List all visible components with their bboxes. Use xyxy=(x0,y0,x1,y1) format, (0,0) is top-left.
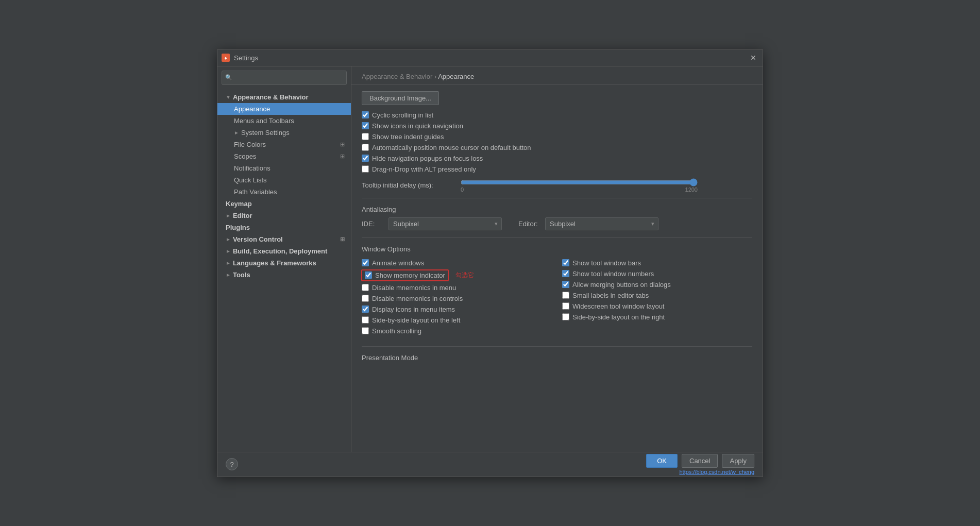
action-buttons: OK Cancel Apply xyxy=(646,454,754,468)
checkbox-row-allow-merging: Allow merging buttons on dialogs xyxy=(562,281,752,289)
side-by-side-left-checkbox[interactable] xyxy=(362,316,369,324)
content-area: Appearance & Behavior › Appearance Backg… xyxy=(351,66,763,452)
sidebar-item-quick-lists[interactable]: Quick Lists xyxy=(217,174,351,186)
show-memory-checkbox[interactable] xyxy=(365,272,372,279)
breadcrumb: Appearance & Behavior › Appearance xyxy=(351,66,763,85)
window-options-right: Show tool window bars Show tool window n… xyxy=(562,256,752,338)
checkbox-row-side-by-side-left: Side-by-side layout on the left xyxy=(362,316,552,324)
disable-mnemonics-menu-checkbox[interactable] xyxy=(362,284,369,291)
version-control-icon: ⊞ xyxy=(340,236,345,243)
sidebar-item-tools[interactable]: ► Tools xyxy=(217,269,351,281)
search-box[interactable]: 🔍 xyxy=(222,71,347,85)
breadcrumb-parent: Appearance & Behavior xyxy=(362,73,432,80)
sidebar-item-scopes[interactable]: Scopes ⊞ xyxy=(217,150,351,162)
antialiasing-row: IDE: Subpixel Greyscale None Editor: Sub xyxy=(362,217,752,230)
checkbox-row-memory: Show memory indicator 勾选它 xyxy=(362,270,552,281)
antialiasing-label: Antialiasing xyxy=(362,206,752,213)
sidebar-item-label: Quick Lists xyxy=(234,176,267,184)
bottom-right: OK Cancel Apply https://blog.csdn.net/w_… xyxy=(646,454,754,475)
sidebar-item-appearance-behavior[interactable]: ▼ Appearance & Behavior xyxy=(217,91,351,103)
small-labels-label: Small labels in editor tabs xyxy=(572,292,649,299)
ide-antialiasing-select[interactable]: Subpixel Greyscale None xyxy=(388,217,502,230)
sidebar-item-menus-toolbars[interactable]: Menus and Toolbars xyxy=(217,115,351,127)
sidebar-item-path-variables[interactable]: Path Variables xyxy=(217,186,351,198)
sidebar-item-editor[interactable]: ► Editor xyxy=(217,210,351,222)
show-tool-window-numbers-checkbox[interactable] xyxy=(562,270,569,277)
sidebar-item-label: Path Variables xyxy=(234,188,277,196)
slider-labels: 0 1200 xyxy=(461,186,698,193)
checkbox-row-hide-nav: Hide navigation popups on focus loss xyxy=(362,155,752,162)
show-tree-indent-checkbox[interactable] xyxy=(362,133,369,140)
side-by-side-right-checkbox[interactable] xyxy=(562,313,569,320)
ide-select-wrapper: Subpixel Greyscale None xyxy=(388,217,502,230)
side-by-side-right-label: Side-by-side layout on the right xyxy=(572,313,665,321)
smooth-scrolling-checkbox[interactable] xyxy=(362,327,369,334)
expand-arrow: ► xyxy=(226,272,231,278)
small-labels-checkbox[interactable] xyxy=(562,292,569,299)
bottom-bar: ? OK Cancel Apply https://blog.csdn.net/… xyxy=(217,452,763,477)
checkbox-row-small-labels: Small labels in editor tabs xyxy=(562,292,752,299)
drag-drop-alt-checkbox[interactable] xyxy=(362,165,369,173)
disable-mnemonics-ctrl-checkbox[interactable] xyxy=(362,295,369,302)
apply-button[interactable]: Apply xyxy=(722,454,754,468)
search-input[interactable] xyxy=(234,74,343,81)
editor-antialiasing-select[interactable]: Subpixel Greyscale None xyxy=(545,217,658,230)
scopes-icon: ⊞ xyxy=(340,153,345,160)
main-content: 🔍 ▼ Appearance & Behavior Appearance Men… xyxy=(217,66,763,452)
tooltip-label: Tooltip initial delay (ms): xyxy=(362,181,454,189)
show-icons-nav-checkbox[interactable] xyxy=(362,122,369,129)
sidebar-item-keymap[interactable]: Keymap xyxy=(217,198,351,210)
close-button[interactable]: ✕ xyxy=(748,53,758,63)
sidebar-item-system-settings[interactable]: ► System Settings xyxy=(217,127,351,139)
smooth-scrolling-label: Smooth scrolling xyxy=(372,327,421,335)
file-colors-icon: ⊞ xyxy=(340,141,345,148)
hide-nav-popups-checkbox[interactable] xyxy=(362,155,369,162)
sidebar-item-label: Tools xyxy=(233,271,250,279)
tooltip-slider[interactable] xyxy=(461,178,698,186)
display-icons-menu-checkbox[interactable] xyxy=(362,306,369,313)
content-body: Background Image... Cyclic scrolling in … xyxy=(351,91,763,375)
sidebar-item-label: System Settings xyxy=(241,129,290,137)
show-tool-window-bars-checkbox[interactable] xyxy=(562,259,569,266)
cancel-button[interactable]: Cancel xyxy=(682,454,718,468)
checkbox-row-disable-mnemonics-menu: Disable mnemonics in menu xyxy=(362,284,552,292)
auto-position-checkbox[interactable] xyxy=(362,144,369,151)
sidebar-item-build[interactable]: ► Build, Execution, Deployment xyxy=(217,245,351,257)
show-tool-window-bars-label: Show tool window bars xyxy=(572,259,641,267)
annotation-text: 勾选它 xyxy=(455,271,474,280)
animate-windows-checkbox[interactable] xyxy=(362,259,369,266)
breadcrumb-current: Appearance xyxy=(438,73,474,80)
drag-drop-alt-label: Drag-n-Drop with ALT pressed only xyxy=(372,165,476,173)
sidebar-item-languages[interactable]: ► Languages & Frameworks xyxy=(217,257,351,269)
show-memory-highlight: Show memory indicator xyxy=(362,270,448,281)
window-options-left: Animate windows Show memory indicator 勾选… xyxy=(362,256,552,338)
sidebar-item-plugins[interactable]: Plugins xyxy=(217,222,351,233)
divider-2 xyxy=(362,237,752,238)
widescreen-layout-checkbox[interactable] xyxy=(562,302,569,310)
cyclic-scrolling-label: Cyclic scrolling in list xyxy=(372,111,433,119)
slider-min: 0 xyxy=(461,186,464,193)
appearance-checkboxes: Cyclic scrolling in list Show icons in q… xyxy=(362,111,752,173)
help-button[interactable]: ? xyxy=(226,458,238,470)
search-icon: 🔍 xyxy=(225,74,232,81)
expand-arrow: ► xyxy=(234,130,239,135)
ok-button[interactable]: OK xyxy=(646,454,678,468)
side-by-side-left-label: Side-by-side layout on the left xyxy=(372,316,460,324)
cyclic-scrolling-checkbox[interactable] xyxy=(362,111,369,118)
sidebar-item-notifications[interactable]: Notifications xyxy=(217,162,351,174)
allow-merging-checkbox[interactable] xyxy=(562,281,569,288)
sidebar-item-appearance[interactable]: Appearance xyxy=(217,103,351,115)
sidebar-item-file-colors[interactable]: File Colors ⊞ xyxy=(217,139,351,150)
window-options-section: Window Options Animate windows xyxy=(362,245,752,338)
background-image-button[interactable]: Background Image... xyxy=(362,91,439,105)
hide-nav-popups-label: Hide navigation popups on focus loss xyxy=(372,155,483,162)
checkbox-row-side-by-side-right: Side-by-side layout on the right xyxy=(562,313,752,321)
display-icons-menu-label: Display icons in menu items xyxy=(372,306,455,313)
sidebar-item-version-control[interactable]: ► Version Control ⊞ xyxy=(217,233,351,245)
window-options-label: Window Options xyxy=(362,245,752,253)
sidebar-item-label: Appearance xyxy=(234,105,270,113)
widescreen-layout-label: Widescreen tool window layout xyxy=(572,302,664,310)
expand-arrow: ► xyxy=(226,248,231,254)
checkbox-row-drag-drop: Drag-n-Drop with ALT pressed only xyxy=(362,165,752,173)
sidebar-item-label: Scopes xyxy=(234,152,256,160)
